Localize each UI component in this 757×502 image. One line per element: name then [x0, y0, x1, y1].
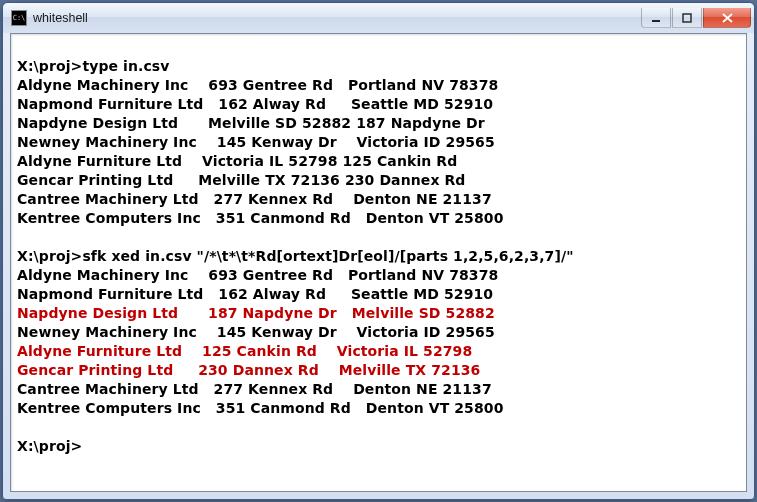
window-controls	[641, 8, 751, 28]
svg-rect-0	[652, 20, 660, 22]
window-title: whiteshell	[33, 11, 641, 25]
close-button[interactable]	[703, 8, 751, 28]
terminal-output: X:\proj>type in.csv Aldyne Machinery Inc…	[11, 34, 746, 460]
titlebar[interactable]: C:\ whiteshell	[3, 3, 754, 33]
svg-rect-1	[683, 14, 691, 22]
app-window: C:\ whiteshell X:\proj>type in.csv Aldyn…	[2, 2, 755, 500]
close-icon	[722, 13, 733, 23]
maximize-button[interactable]	[672, 8, 702, 28]
minimize-icon	[651, 13, 661, 23]
minimize-button[interactable]	[641, 8, 671, 28]
maximize-icon	[682, 13, 692, 23]
terminal-viewport[interactable]: X:\proj>type in.csv Aldyne Machinery Inc…	[10, 33, 747, 492]
app-icon: C:\	[11, 10, 27, 26]
